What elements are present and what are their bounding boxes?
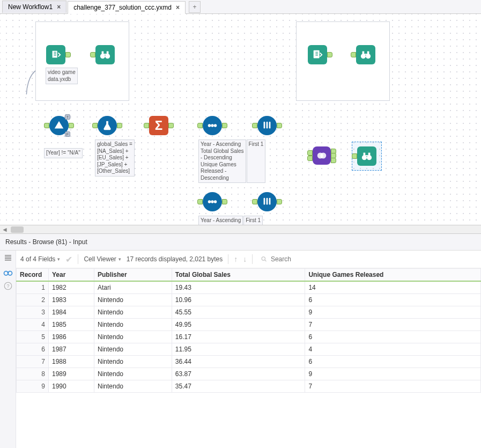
col-publisher[interactable]: Publisher [94,269,172,282]
table-row[interactable]: 51986Nintendo16.176 [17,331,481,343]
workflow-canvas[interactable]: video game data.yxdb [0,14,481,233]
prev-record-icon[interactable]: ↑ [234,255,238,263]
cell-year: 1982 [49,281,94,294]
results-sidebar: ? [0,251,16,448]
list-view-icon[interactable] [3,253,13,263]
results-title: Results - Browse (81) - Input [5,238,87,246]
cell-publisher: Nintendo [94,331,172,343]
horizontal-scrollbar[interactable]: ◄ [0,225,481,233]
cell-viewer-dropdown[interactable]: Cell Viewer ▾ [84,255,121,263]
col-record[interactable]: Record [17,269,49,282]
add-tab-button[interactable]: + [189,1,201,13]
cell-games: 6 [305,331,481,343]
search-icon [261,255,268,263]
close-icon[interactable]: × [57,3,61,11]
cell-year: 1990 [49,380,94,393]
cell-games: 9 [305,368,481,380]
cell-year: 1988 [49,356,94,368]
filter-tool[interactable]: T F [49,116,69,135]
tab-bar: New Workflow1 × challenge_377_solution_c… [0,0,481,14]
scroll-left-icon[interactable]: ◄ [0,226,10,233]
table-row[interactable]: 81989Nintendo63.879 [17,368,481,380]
sample-tool-1[interactable] [257,116,277,135]
table-row[interactable]: 41985Nintendo49.957 [17,319,481,331]
svg-rect-19 [269,122,271,129]
svg-point-15 [211,124,214,127]
table-row[interactable]: 61987Nintendo11.954 [17,343,481,356]
results-header: Results - Browse (81) - Input [0,234,481,251]
svg-point-34 [8,271,12,276]
col-unique-games[interactable]: Unique Games Released [305,269,481,282]
test-tubes-icon [257,116,277,135]
results-panel: ? 4 of 4 Fields ▾ ✔ Cell Viewer ▾ 17 rec… [0,251,481,448]
cell-games: 6 [305,294,481,306]
cell-year: 1989 [49,368,94,380]
filter-label: [Year] != "N/A" [44,148,83,158]
join-tool[interactable] [313,146,331,165]
svg-rect-31 [368,153,371,156]
cell-record: 1 [17,281,49,294]
join-icon [313,146,331,165]
binoculars-icon [357,146,376,166]
input-icon [308,45,327,64]
svg-text:?: ? [6,283,9,289]
cell-games: 7 [305,319,481,331]
svg-point-22 [214,200,217,203]
check-icon[interactable]: ✔ [65,254,72,265]
table-row[interactable]: 31984Nintendo45.559 [17,306,481,319]
cell-year: 1983 [49,294,94,306]
input-data-tool[interactable] [46,45,65,64]
svg-rect-18 [267,122,268,129]
results-grid[interactable]: Record Year Publisher Total Global Sales… [16,268,481,393]
table-header-row: Record Year Publisher Total Global Sales… [17,269,481,282]
cell-record: 6 [17,343,49,356]
tab-workflow-challenge[interactable]: challenge_377_solution_ccc.yxmd × [68,1,186,14]
table-row[interactable]: 21983Nintendo10.966 [17,294,481,306]
flask-icon [98,116,117,135]
table-row[interactable]: 11982Atari19.4314 [17,281,481,294]
browse-tool-2[interactable] [356,45,375,64]
table-row[interactable]: 91990Nintendo35.477 [17,380,481,393]
close-icon[interactable]: × [176,4,180,11]
cell-year: 1985 [49,319,94,331]
cell-sales: 35.47 [172,380,305,393]
cell-year: 1986 [49,331,94,343]
svg-rect-5 [107,52,109,55]
cell-games: 14 [305,281,481,294]
svg-point-38 [262,257,265,260]
search-input[interactable] [271,255,362,263]
cell-sales: 49.95 [172,319,305,331]
browse-view-icon[interactable] [3,267,13,277]
sample-tool-2[interactable] [257,192,277,211]
fields-dropdown[interactable]: 4 of 4 Fields ▾ [20,255,60,263]
browse-tool-1[interactable] [95,45,115,64]
input-data-tool-2[interactable] [308,45,327,64]
search-box[interactable] [258,254,365,265]
svg-rect-32 [365,155,368,156]
svg-point-20 [208,200,211,203]
sort-tool-2[interactable] [203,192,222,211]
svg-rect-12 [364,54,367,55]
formula-tool[interactable] [98,116,117,135]
cell-publisher: Nintendo [94,368,172,380]
col-year[interactable]: Year [49,269,94,282]
col-total-sales[interactable]: Total Global Sales [172,269,305,282]
cell-record: 7 [17,356,49,368]
sigma-icon: Σ [149,116,168,135]
svg-point-21 [211,200,214,203]
test-tubes-icon [257,192,277,211]
sort-tool-1[interactable] [203,116,222,135]
cell-record: 3 [17,306,49,319]
next-record-icon[interactable]: ↓ [243,255,247,263]
cell-sales: 19.43 [172,281,305,294]
table-row[interactable]: 71988Nintendo36.446 [17,356,481,368]
cell-record: 2 [17,294,49,306]
svg-rect-24 [267,198,268,205]
cell-publisher: Nintendo [94,380,172,393]
tab-workflow-new[interactable]: New Workflow1 × [2,1,66,13]
browse-tool-3[interactable] [357,146,376,166]
scroll-thumb[interactable] [11,226,24,233]
summarize-tool[interactable]: Σ [149,116,168,135]
help-icon[interactable]: ? [3,281,13,291]
svg-rect-6 [103,54,107,55]
